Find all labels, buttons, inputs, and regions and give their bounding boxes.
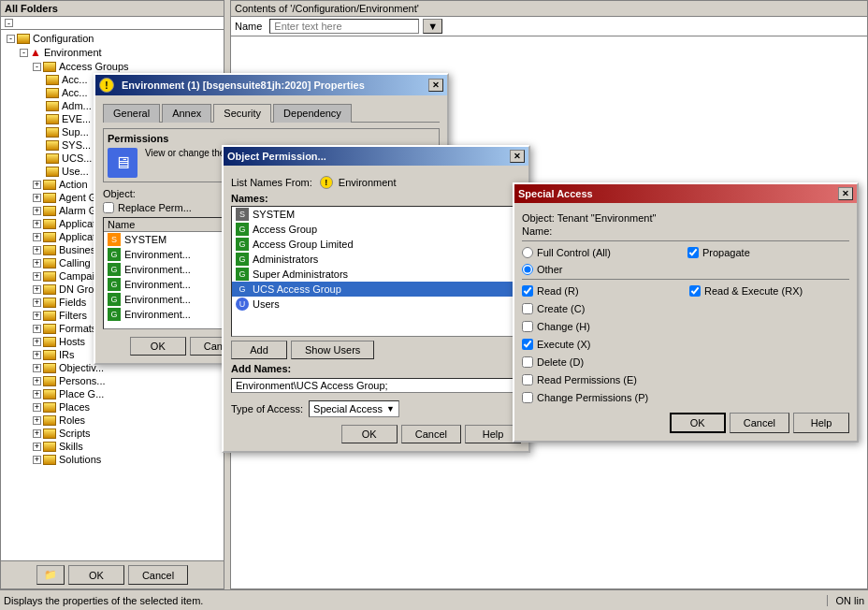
tree-item-solutions[interactable]: + Solutions (3, 453, 222, 466)
tab-dependency[interactable]: Dependency (273, 104, 352, 123)
tab-general[interactable]: General (103, 104, 160, 123)
group-icon-6: G (108, 308, 121, 321)
special-object-row: Object: Tenant "Environment" (522, 212, 849, 224)
obj-name-access-group-limited[interactable]: G Access Group Limited (232, 237, 520, 252)
delete-d-row: Delete (D) (522, 356, 682, 368)
obj-perms-dialog: Object Permission... ✕ List Names From: … (222, 145, 530, 453)
obj-perms-body: List Names From: ! Environment Names: S … (224, 166, 528, 451)
read-execute-label: Read & Execute (RX) (704, 285, 803, 297)
read-perms-row: Read Permissions (E) (522, 374, 682, 385)
type-access-dropdown[interactable]: Special Access ▼ (309, 400, 399, 417)
permissions-label: Permissions (108, 133, 435, 144)
tree-label-eve: EVE... (62, 113, 91, 124)
read-r-label: Read (R) (537, 285, 579, 297)
show-users-btn[interactable]: Show Users (291, 341, 374, 359)
tree-item-persons[interactable]: + Persons... (3, 374, 222, 387)
group-icon-5: G (108, 293, 121, 306)
obj-names-list: S SYSTEM G Access Group G Access Group L… (231, 206, 521, 337)
tab-annex[interactable]: Annex (162, 104, 211, 123)
propagate-checkbox[interactable] (687, 247, 699, 258)
obj-ok-btn[interactable]: OK (341, 425, 398, 443)
special-help-btn[interactable]: Help (793, 413, 849, 433)
tree-item-roles[interactable]: + Roles (3, 414, 222, 427)
special-dialog-buttons: OK Cancel Help (522, 413, 849, 433)
read-perms-checkbox[interactable] (522, 374, 533, 385)
execute-x-checkbox[interactable] (522, 339, 533, 350)
special-close-btn[interactable]: ✕ (838, 187, 853, 200)
add-btn[interactable]: Add (231, 341, 287, 359)
other-row: Other (522, 264, 849, 275)
filter-btn[interactable]: ▼ (423, 19, 442, 34)
change-perms-checkbox[interactable] (522, 392, 533, 403)
content-toolbar: Name ▼ (231, 17, 867, 36)
obj-name-users[interactable]: U Users (232, 297, 520, 312)
tree-label-environment: Environment (44, 47, 102, 58)
special-dialog-title: Special Access (518, 188, 593, 199)
tree-item-environment[interactable]: - ▲ Environment (3, 45, 222, 60)
group-icon-3: G (108, 263, 121, 276)
create-c-checkbox[interactable] (522, 303, 533, 314)
obj-name-administrators[interactable]: G Administrators (232, 252, 520, 267)
status-text: Displays the properties of the selected … (4, 595, 827, 606)
ok-tree-btn[interactable]: OK (68, 565, 124, 585)
status-bar: Displays the properties of the selected … (0, 589, 868, 610)
delete-d-checkbox[interactable] (522, 356, 533, 368)
names-section-label: Names: (231, 193, 521, 204)
full-control-radio[interactable] (522, 247, 533, 258)
perms-icon: 🖥 (108, 148, 137, 178)
collapse-all-btn[interactable]: - (5, 19, 13, 27)
special-ok-btn[interactable]: OK (670, 413, 726, 433)
special-object-label: Object: (522, 212, 555, 224)
obj-perms-buttons: OK Cancel Help (231, 425, 521, 443)
divider-2 (522, 279, 849, 280)
new-folder-btn[interactable]: 📁 (36, 565, 65, 585)
obj-cancel-btn[interactable]: Cancel (401, 425, 461, 443)
access-group-icon: G (236, 223, 249, 236)
expand-configuration[interactable]: - (7, 35, 15, 43)
replace-perms-checkbox[interactable] (103, 202, 114, 213)
special-access-dialog: Special Access ✕ Object: Tenant "Environ… (513, 182, 859, 443)
tree-item-places[interactable]: + Places (3, 400, 222, 414)
group-icon-2: G (108, 248, 121, 261)
change-h-checkbox[interactable] (522, 321, 533, 332)
obj-perms-close-btn[interactable]: ✕ (510, 150, 525, 163)
obj-perms-titlebar: Object Permission... ✕ (224, 147, 528, 166)
other-radio[interactable] (522, 264, 533, 275)
dropdown-arrow-icon: ▼ (386, 404, 395, 414)
change-h-label: Change (H) (537, 321, 590, 332)
list-names-row: List Names From: ! Environment (231, 176, 521, 189)
tree-item-place-g[interactable]: + Place G... (3, 387, 222, 400)
props-ok-btn[interactable]: OK (130, 337, 186, 356)
tree-label-configuration: Configuration (33, 33, 94, 44)
cancel-tree-btn[interactable]: Cancel (128, 565, 188, 585)
props-close-btn[interactable]: ✕ (428, 79, 443, 92)
expand-action[interactable]: + (33, 181, 41, 189)
special-object-value: Tenant "Environment" (557, 212, 657, 224)
tree-item-configuration[interactable]: - Configuration (3, 32, 222, 45)
type-access-row: Type of Access: Special Access ▼ (231, 400, 521, 417)
read-execute-checkbox[interactable] (689, 285, 701, 297)
create-c-row: Create (C) (522, 303, 682, 314)
permissions-grid: Read (R) Read & Execute (RX) Create (C) … (522, 283, 849, 405)
tab-security[interactable]: Security (213, 104, 271, 123)
obj-name-ucs[interactable]: G UCS Access Group (232, 282, 520, 297)
full-control-label: Full Control (All) (537, 247, 611, 258)
tree-item-scripts[interactable]: + Scripts (3, 427, 222, 440)
tree-label-acc2: Acc... (62, 87, 88, 98)
read-r-checkbox[interactable] (522, 285, 533, 297)
obj-name-super-admins[interactable]: G Super Administrators (232, 267, 520, 282)
tree-label-ucs: UCS... (62, 152, 92, 164)
name-label: Name (235, 21, 262, 32)
special-cancel-btn[interactable]: Cancel (730, 413, 789, 433)
props-title-buttons: ✕ (428, 79, 443, 92)
expand-environment[interactable]: - (20, 49, 28, 57)
ucs-icon: G (236, 283, 249, 296)
obj-name-access-group[interactable]: G Access Group (232, 222, 520, 237)
obj-name-system[interactable]: S SYSTEM (232, 207, 520, 222)
tree-item-access-groups[interactable]: - Access Groups (3, 60, 222, 73)
filter-input[interactable] (269, 19, 419, 34)
tree-item-skills[interactable]: + Skills (3, 440, 222, 453)
expand-access-groups[interactable]: - (33, 63, 41, 71)
add-names-input[interactable] (231, 378, 521, 393)
add-names-label: Add Names: (231, 363, 521, 374)
